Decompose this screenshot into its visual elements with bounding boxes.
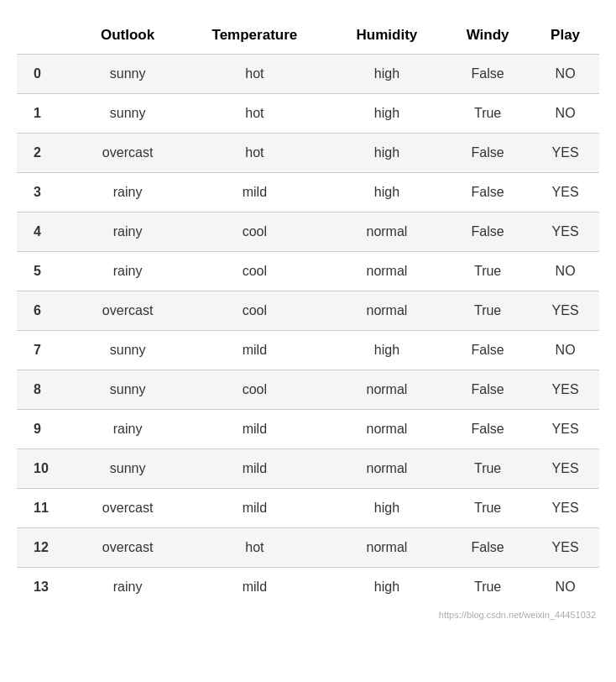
cell-outlook: overcast <box>76 291 180 331</box>
cell-index: 6 <box>17 291 76 331</box>
cell-index: 5 <box>17 252 76 291</box>
cell-outlook: sunny <box>76 449 180 489</box>
cell-temperature: mild <box>180 449 330 489</box>
table-row: 1sunnyhothighTrueNO <box>17 94 599 134</box>
cell-windy: False <box>444 410 531 449</box>
cell-windy: False <box>444 212 531 252</box>
cell-temperature: mild <box>180 173 330 212</box>
cell-humidity: high <box>330 489 444 528</box>
table-row: 11overcastmildhighTrueYES <box>17 489 599 528</box>
cell-play: YES <box>531 212 599 252</box>
col-header-outlook: Outlook <box>76 17 180 55</box>
table-row: 6overcastcoolnormalTrueYES <box>17 291 599 331</box>
cell-humidity: normal <box>330 252 444 291</box>
header-row: Outlook Temperature Humidity Windy Play <box>17 17 599 55</box>
cell-humidity: normal <box>330 291 444 331</box>
cell-humidity: normal <box>330 410 444 449</box>
cell-windy: True <box>444 449 531 489</box>
cell-windy: False <box>444 370 531 410</box>
cell-play: NO <box>531 55 599 94</box>
cell-temperature: hot <box>180 55 330 94</box>
cell-humidity: normal <box>330 370 444 410</box>
cell-index: 8 <box>17 370 76 410</box>
cell-outlook: overcast <box>76 489 180 528</box>
cell-outlook: sunny <box>76 331 180 370</box>
table-row: 7sunnymildhighFalseNO <box>17 331 599 370</box>
cell-temperature: cool <box>180 252 330 291</box>
table-row: 2overcasthothighFalseYES <box>17 134 599 173</box>
cell-humidity: normal <box>330 212 444 252</box>
cell-outlook: overcast <box>76 528 180 568</box>
cell-outlook: overcast <box>76 134 180 173</box>
cell-humidity: normal <box>330 528 444 568</box>
cell-windy: False <box>444 173 531 212</box>
cell-temperature: hot <box>180 134 330 173</box>
cell-play: NO <box>531 94 599 134</box>
cell-temperature: hot <box>180 94 330 134</box>
cell-temperature: cool <box>180 291 330 331</box>
cell-index: 13 <box>17 568 76 607</box>
cell-windy: True <box>444 94 531 134</box>
cell-temperature: hot <box>180 528 330 568</box>
table-container: Outlook Temperature Humidity Windy Play … <box>17 17 599 620</box>
cell-index: 12 <box>17 528 76 568</box>
cell-index: 0 <box>17 55 76 94</box>
cell-humidity: high <box>330 55 444 94</box>
table-row: 9rainymildnormalFalseYES <box>17 410 599 449</box>
cell-windy: True <box>444 291 531 331</box>
cell-humidity: high <box>330 134 444 173</box>
cell-windy: True <box>444 568 531 607</box>
cell-index: 11 <box>17 489 76 528</box>
col-header-play: Play <box>531 17 599 55</box>
data-table: Outlook Temperature Humidity Windy Play … <box>17 17 599 606</box>
cell-humidity: normal <box>330 449 444 489</box>
cell-humidity: high <box>330 94 444 134</box>
cell-play: YES <box>531 173 599 212</box>
cell-play: NO <box>531 568 599 607</box>
cell-outlook: rainy <box>76 410 180 449</box>
watermark: https://blog.csdn.net/weixin_44451032 <box>17 610 599 620</box>
col-header-index <box>17 17 76 55</box>
col-header-windy: Windy <box>444 17 531 55</box>
cell-play: NO <box>531 252 599 291</box>
table-row: 8sunnycoolnormalFalseYES <box>17 370 599 410</box>
cell-play: YES <box>531 528 599 568</box>
col-header-humidity: Humidity <box>330 17 444 55</box>
cell-windy: False <box>444 55 531 94</box>
cell-outlook: rainy <box>76 568 180 607</box>
cell-humidity: high <box>330 173 444 212</box>
cell-outlook: sunny <box>76 55 180 94</box>
cell-index: 2 <box>17 134 76 173</box>
table-row: 13rainymildhighTrueNO <box>17 568 599 607</box>
cell-index: 9 <box>17 410 76 449</box>
cell-temperature: mild <box>180 489 330 528</box>
cell-index: 4 <box>17 212 76 252</box>
cell-play: YES <box>531 449 599 489</box>
cell-humidity: high <box>330 568 444 607</box>
cell-play: YES <box>531 410 599 449</box>
cell-temperature: cool <box>180 212 330 252</box>
cell-windy: True <box>444 489 531 528</box>
cell-temperature: mild <box>180 331 330 370</box>
cell-outlook: sunny <box>76 370 180 410</box>
table-row: 12overcasthotnormalFalseYES <box>17 528 599 568</box>
table-row: 5rainycoolnormalTrueNO <box>17 252 599 291</box>
table-row: 3rainymildhighFalseYES <box>17 173 599 212</box>
cell-play: YES <box>531 291 599 331</box>
cell-humidity: high <box>330 331 444 370</box>
cell-play: NO <box>531 331 599 370</box>
cell-outlook: rainy <box>76 252 180 291</box>
cell-temperature: mild <box>180 410 330 449</box>
cell-play: YES <box>531 370 599 410</box>
cell-windy: False <box>444 331 531 370</box>
cell-outlook: rainy <box>76 173 180 212</box>
cell-outlook: sunny <box>76 94 180 134</box>
cell-index: 1 <box>17 94 76 134</box>
cell-play: YES <box>531 489 599 528</box>
cell-play: YES <box>531 134 599 173</box>
table-row: 0sunnyhothighFalseNO <box>17 55 599 94</box>
cell-temperature: mild <box>180 568 330 607</box>
table-row: 4rainycoolnormalFalseYES <box>17 212 599 252</box>
cell-windy: False <box>444 134 531 173</box>
cell-index: 7 <box>17 331 76 370</box>
